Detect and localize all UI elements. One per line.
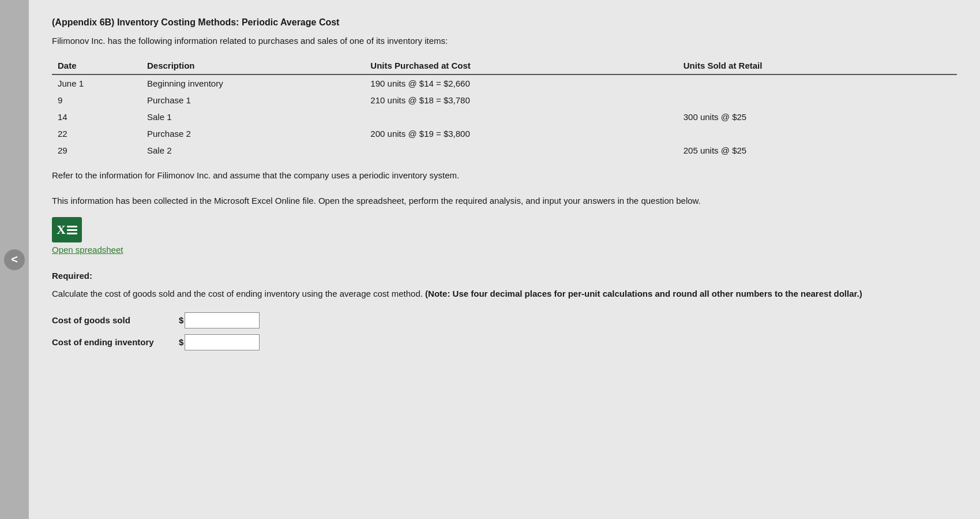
cell-sold-1 xyxy=(678,92,957,109)
excel-lines-icon xyxy=(67,226,77,234)
answer-row-ending: Cost of ending inventory $ xyxy=(52,334,957,350)
table-header-row: Date Description Units Purchased at Cost… xyxy=(52,57,957,74)
cell-purchased-3: 200 units @ $19 = $3,800 xyxy=(365,125,677,142)
inventory-table: Date Description Units Purchased at Cost… xyxy=(52,57,957,159)
cell-purchased-4 xyxy=(365,142,677,159)
col-header-sold: Units Sold at Retail xyxy=(678,57,957,74)
cell-sold-2: 300 units @ $25 xyxy=(678,109,957,125)
answer-row-cogs: Cost of goods sold $ xyxy=(52,312,957,328)
refer-text: Refer to the information for Filimonov I… xyxy=(52,170,957,180)
cell-date-2: 14 xyxy=(52,109,141,125)
cell-desc-1: Purchase 1 xyxy=(141,92,365,109)
cell-date-3: 22 xyxy=(52,125,141,142)
cogs-dollar: $ xyxy=(179,315,183,325)
cell-date-4: 29 xyxy=(52,142,141,159)
table-row: 29 Sale 2 205 units @ $25 xyxy=(52,142,957,159)
cell-sold-0 xyxy=(678,74,957,92)
cell-desc-3: Purchase 2 xyxy=(141,125,365,142)
cell-date-0: June 1 xyxy=(52,74,141,92)
col-header-purchased: Units Purchased at Cost xyxy=(365,57,677,74)
ending-inv-dollar: $ xyxy=(179,337,183,347)
excel-block: X Open spreadsheet xyxy=(52,217,957,267)
required-label: Required: xyxy=(52,271,957,281)
ending-inv-input[interactable] xyxy=(185,334,260,350)
table-row: June 1 Beginning inventory 190 units @ $… xyxy=(52,74,957,92)
cell-sold-4: 205 units @ $25 xyxy=(678,142,957,159)
open-spreadsheet-link[interactable]: Open spreadsheet xyxy=(52,245,123,255)
page-title: (Appendix 6B) Inventory Costing Methods:… xyxy=(52,17,957,28)
excel-x-letter: X xyxy=(57,222,66,237)
cell-desc-4: Sale 2 xyxy=(141,142,365,159)
excel-info-text: This information has been collected in t… xyxy=(52,196,957,206)
arrow-icon: < xyxy=(4,249,25,270)
excel-icon[interactable]: X xyxy=(52,217,82,242)
cell-desc-2: Sale 1 xyxy=(141,109,365,125)
main-content: (Appendix 6B) Inventory Costing Methods:… xyxy=(29,0,980,519)
intro-text: Filimonov Inc. has the following informa… xyxy=(52,36,957,46)
table-row: 14 Sale 1 300 units @ $25 xyxy=(52,109,957,125)
cogs-input[interactable] xyxy=(185,312,260,328)
calculate-text: Calculate the cost of goods sold and the… xyxy=(52,287,957,301)
cell-purchased-2 xyxy=(365,109,677,125)
table-row: 9 Purchase 1 210 units @ $18 = $3,780 xyxy=(52,92,957,109)
cell-purchased-1: 210 units @ $18 = $3,780 xyxy=(365,92,677,109)
cell-sold-3 xyxy=(678,125,957,142)
cell-purchased-0: 190 units @ $14 = $2,660 xyxy=(365,74,677,92)
col-header-date: Date xyxy=(52,57,141,74)
col-header-description: Description xyxy=(141,57,365,74)
back-nav-arrow[interactable]: < xyxy=(0,0,29,519)
ending-inv-label: Cost of ending inventory xyxy=(52,337,179,347)
cell-desc-0: Beginning inventory xyxy=(141,74,365,92)
cell-date-1: 9 xyxy=(52,92,141,109)
table-row: 22 Purchase 2 200 units @ $19 = $3,800 xyxy=(52,125,957,142)
cogs-label: Cost of goods sold xyxy=(52,315,179,325)
